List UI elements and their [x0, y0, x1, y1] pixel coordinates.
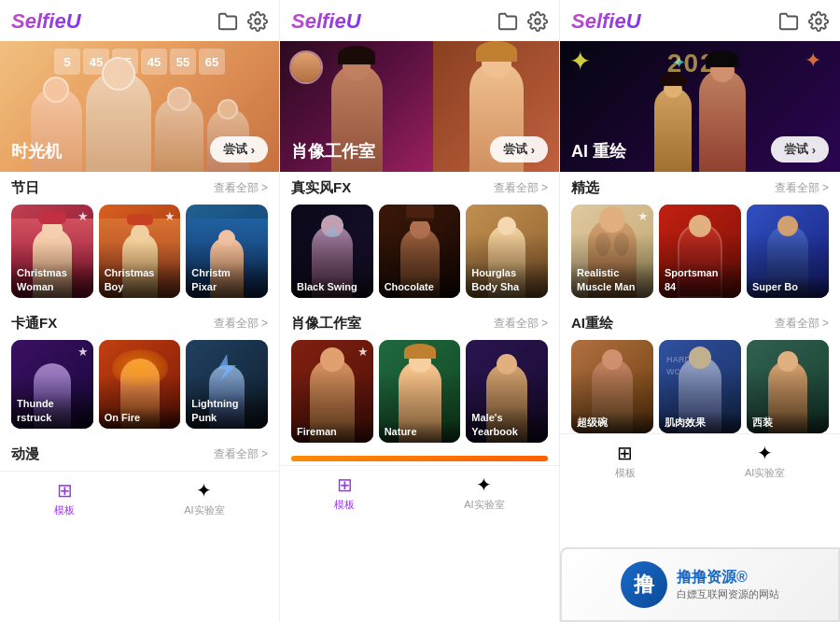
card-lightning-label: LightningPunk: [186, 393, 268, 429]
settings-icon-2[interactable]: [527, 11, 548, 32]
bottom-nav-3: ⊞ 模板 ✦ AI实验室: [560, 433, 840, 486]
card-fireman[interactable]: ★ Fireman: [291, 340, 373, 443]
card-grid-cartoon: ★ Thunderstruck On Fire: [11, 340, 268, 429]
card-superboy-label: Super Bo: [747, 276, 829, 298]
card-grid-holiday: ★ ChristmasWoman ★ ChristmasBoy: [11, 205, 268, 298]
banner1-try-button[interactable]: 尝试 ›: [210, 136, 268, 163]
section-cartoon-more[interactable]: 查看全部 >: [214, 316, 268, 332]
card-onfire[interactable]: On Fire: [99, 340, 181, 429]
card-onfire-label: On Fire: [99, 407, 181, 429]
nav-ai-lab-1[interactable]: ✦ AI实验室: [184, 479, 224, 517]
banner-repaint: ✦ ✦ ✦ 2024 AI 重绘 尝试 ›: [560, 41, 840, 172]
card-suit[interactable]: 西装: [747, 340, 829, 433]
ai-lab-icon-2: ✦: [476, 474, 492, 496]
settings-icon-3[interactable]: [808, 11, 829, 32]
templates-icon-1: ⊞: [57, 479, 73, 502]
banner-portrait: 肖像工作室 尝试 ›: [280, 41, 559, 172]
header-icons-2: [497, 11, 548, 32]
section-anime-more-link[interactable]: 查看全部 >: [214, 446, 268, 462]
ai-lab-label-1: AI实验室: [184, 503, 224, 517]
svg-point-1: [535, 19, 540, 24]
banner3-try-button[interactable]: 尝试 ›: [771, 136, 829, 163]
header-icons-3: [778, 11, 829, 32]
card-bowl[interactable]: 超级碗: [571, 340, 653, 433]
card-grid-featured: ★ RealisticMuscle Man 84 Sportsman84: [571, 205, 829, 298]
templates-label-2: 模板: [334, 498, 355, 512]
section-ai-repaint-title: AI重绘: [571, 315, 613, 332]
panel1-header: SelfieU: [0, 0, 279, 41]
banner2-try-button[interactable]: 尝试 ›: [490, 136, 548, 163]
card-hourglass-label: HourglasBody Sha: [466, 262, 548, 298]
card-muscle2[interactable]: HARDWORK 肌肉效果: [659, 340, 741, 433]
card-sportsman[interactable]: 84 Sportsman84: [659, 205, 741, 298]
templates-label-3: 模板: [615, 466, 636, 480]
card-muscle-label: RealisticMuscle Man: [571, 262, 653, 298]
folder-icon-2[interactable]: [497, 11, 518, 32]
watermark-subtitle: 白嫖互联网资源的网站: [677, 587, 779, 601]
nav-templates-1[interactable]: ⊞ 模板: [54, 479, 75, 517]
card-super-boy[interactable]: Super Bo: [747, 205, 829, 298]
card-lightning-punk[interactable]: LightningPunk: [186, 340, 268, 429]
card-christmas-woman[interactable]: ★ ChristmasWoman: [11, 205, 93, 298]
bottom-nav-2: ⊞ 模板 ✦ AI实验室: [280, 465, 559, 517]
section-realistic-header: 真实风FX 查看全部 >: [291, 179, 548, 197]
card-hourglass[interactable]: HourglasBody Sha: [466, 205, 548, 298]
section-featured-more[interactable]: 查看全部 >: [775, 180, 829, 196]
card-thunder[interactable]: ★ Thunderstruck: [11, 340, 93, 429]
templates-icon-2: ⊞: [337, 474, 353, 496]
banner1-label: 时光机: [11, 140, 62, 163]
header-icons-1: [217, 11, 268, 32]
banner-timemachine: 5 45 25 45 55 65: [0, 41, 279, 172]
panel-1: SelfieU 5 45 25 45 55 65: [0, 0, 280, 622]
card-black-swing[interactable]: Black Swing: [291, 205, 373, 298]
star-muscle: ★: [637, 209, 649, 223]
star-fireman: ★: [357, 345, 369, 359]
section-cartoon-header: 卡通FX 查看全部 >: [11, 315, 268, 332]
ai-lab-label-3: AI实验室: [745, 466, 785, 480]
folder-icon-3[interactable]: [778, 11, 799, 32]
section-holiday: 节日 查看全部 > ★ ChristmasWoman: [0, 172, 279, 298]
card-christmas-pixar[interactable]: ChristmPixar: [186, 205, 268, 298]
banner3-label: AI 重绘: [571, 140, 626, 163]
templates-icon-3: ⊞: [617, 442, 633, 464]
nav-ai-lab-2[interactable]: ✦ AI实验室: [464, 474, 504, 512]
card-blackswing-label: Black Swing: [291, 276, 373, 298]
logo-2: SelfieU: [291, 9, 361, 34]
folder-icon-1[interactable]: [217, 11, 238, 32]
panel-3: SelfieU ✦ ✦ ✦ 2024: [560, 0, 840, 622]
card-nature[interactable]: Nature: [379, 340, 461, 443]
card-suit-label: 西装: [747, 412, 829, 433]
watermark-title: 撸撸资源®: [677, 568, 779, 587]
section-anime-more: 动漫 查看全部 >: [0, 438, 279, 463]
section-portrait-studio: 肖像工作室 查看全部 > ★ Fireman: [280, 307, 559, 443]
section-realistic-title: 真实风FX: [291, 179, 351, 197]
section-realistic-more[interactable]: 查看全部 >: [494, 180, 548, 196]
section-cartoon-fx: 卡通FX 查看全部 > ★ Thunderstruck: [0, 307, 279, 429]
card-christmas-boy[interactable]: ★ ChristmasBoy: [99, 205, 181, 298]
card-sportsman-label: Sportsman84: [659, 262, 741, 298]
section-holiday-more[interactable]: 查看全部 >: [214, 180, 268, 196]
star-thunder: ★: [77, 345, 89, 359]
card-yearbook[interactable]: Male'sYearbook: [466, 340, 548, 443]
templates-label-1: 模板: [54, 503, 75, 517]
banner2-label: 肖像工作室: [291, 140, 375, 163]
nav-templates-2[interactable]: ⊞ 模板: [334, 474, 355, 512]
settings-icon-1[interactable]: [247, 11, 268, 32]
section-holiday-header: 节日 查看全部 >: [11, 179, 268, 197]
card-nature-label: Nature: [379, 421, 461, 443]
nav-ai-lab-3[interactable]: ✦ AI实验室: [745, 442, 785, 480]
section-featured: 精选 查看全部 > ★: [560, 172, 840, 298]
svg-point-2: [816, 19, 821, 24]
nav-templates-3[interactable]: ⊞ 模板: [615, 442, 636, 480]
ai-lab-label-2: AI实验室: [464, 498, 504, 512]
card-chocolate[interactable]: Chocolate: [379, 205, 461, 298]
card-muscle-man[interactable]: ★ RealisticMuscle Man: [571, 205, 653, 298]
section-ai-repaint-more[interactable]: 查看全部 >: [775, 316, 829, 332]
panel-2: SelfieU: [280, 0, 560, 622]
card-chocolate-label: Chocolate: [379, 276, 461, 298]
section-portrait-header: 肖像工作室 查看全部 >: [291, 315, 548, 332]
section-portrait-more[interactable]: 查看全部 >: [494, 316, 548, 332]
logo-3: SelfieU: [571, 9, 641, 34]
watermark: 撸 撸撸资源® 白嫖互联网资源的网站: [560, 547, 840, 622]
card-thunder-label: Thunderstruck: [11, 393, 93, 429]
